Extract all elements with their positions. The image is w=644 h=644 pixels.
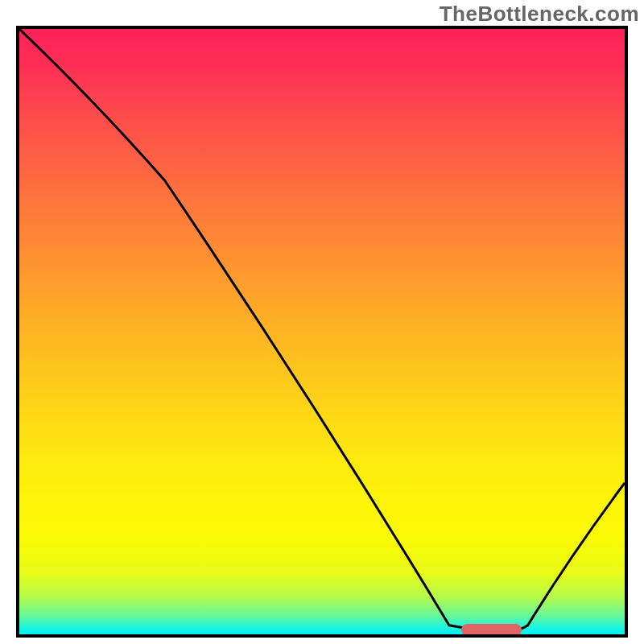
curve-path bbox=[19, 29, 625, 630]
chart-container: TheBottleneck.com bbox=[0, 0, 644, 644]
min-marker bbox=[461, 624, 522, 636]
curve-svg bbox=[19, 29, 625, 634]
plot-area bbox=[16, 26, 628, 638]
watermark-text: TheBottleneck.com bbox=[440, 2, 639, 27]
